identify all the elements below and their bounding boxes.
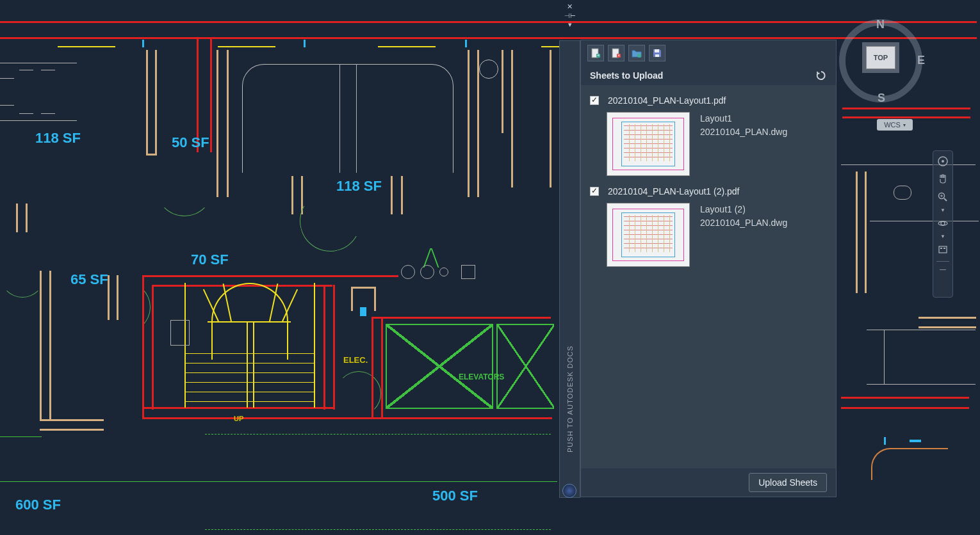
palette-close-button[interactable]: ✕ bbox=[559, 3, 580, 11]
palette-title-vertical: PUSH TO AUTODESK DOCS bbox=[566, 346, 574, 452]
wall-line bbox=[511, 50, 513, 188]
column bbox=[420, 265, 434, 279]
plant-icon bbox=[431, 248, 439, 268]
wall-line bbox=[477, 50, 479, 197]
line bbox=[0, 78, 14, 79]
sheet-filename[interactable]: 20210104_PLAN-Layout1 (2).pdf bbox=[608, 186, 739, 196]
palette-section-title: Sheets to Upload bbox=[590, 70, 663, 81]
door-arc bbox=[0, 253, 45, 298]
door-arc bbox=[156, 159, 213, 216]
room-label-118b: 118 SF bbox=[336, 178, 382, 195]
sheet-item: 20210104_PLAN-Layout1.pdf Layout1 202101… bbox=[581, 90, 836, 181]
wall-line bbox=[40, 271, 42, 421]
svg-point-15 bbox=[938, 221, 947, 225]
wall-line bbox=[152, 285, 154, 410]
wall-line bbox=[401, 176, 403, 214]
viewcube-top-face[interactable]: TOP bbox=[866, 46, 895, 69]
viewcube-east[interactable]: E bbox=[917, 54, 925, 67]
svg-rect-17 bbox=[939, 246, 947, 253]
nav-orbit-icon[interactable] bbox=[935, 216, 951, 231]
palette-menu-button[interactable]: ▾ bbox=[559, 20, 580, 29]
open-folder-button[interactable] bbox=[628, 45, 645, 61]
room-label-65: 65 SF bbox=[70, 271, 108, 288]
marker bbox=[884, 437, 886, 445]
svg-rect-7 bbox=[655, 49, 659, 52]
palette-footer: Upload Sheets bbox=[581, 468, 836, 497]
sheet-item: 20210104_PLAN-Layout1 (2).pdf Layout1 (2… bbox=[581, 181, 836, 272]
remove-sheet-button[interactable]: × bbox=[608, 45, 625, 61]
wall-line bbox=[142, 275, 398, 277]
marker bbox=[910, 440, 921, 442]
line bbox=[41, 70, 55, 70]
wall-line bbox=[0, 37, 977, 39]
wall-line bbox=[142, 275, 144, 419]
svg-point-10 bbox=[942, 160, 944, 163]
wall-line bbox=[550, 50, 551, 188]
nav-wheel-icon[interactable] bbox=[935, 154, 951, 169]
wall-line bbox=[142, 417, 552, 419]
palette-product-icon bbox=[562, 484, 576, 498]
line bbox=[0, 120, 77, 121]
wall-line bbox=[372, 317, 373, 419]
wall-line bbox=[919, 317, 976, 319]
sheet-checkbox[interactable] bbox=[590, 187, 599, 196]
line bbox=[867, 384, 976, 385]
sheet-checkbox[interactable] bbox=[590, 96, 599, 105]
nav-showmotion-icon[interactable] bbox=[935, 242, 951, 257]
sheet-thumbnail[interactable] bbox=[607, 112, 690, 176]
upload-sheets-button[interactable]: Upload Sheets bbox=[749, 473, 827, 492]
wall-line bbox=[381, 317, 383, 419]
new-sheet-button[interactable]: + bbox=[587, 45, 604, 61]
sheet-thumbnail[interactable] bbox=[607, 203, 690, 267]
line bbox=[339, 64, 340, 173]
sheet-source-file: 20210104_PLAN.dwg bbox=[700, 216, 787, 230]
circle bbox=[479, 60, 498, 79]
elevator-1 bbox=[386, 324, 493, 409]
elevator-2 bbox=[496, 324, 554, 409]
door-arc bbox=[293, 184, 367, 258]
chevron-down-icon[interactable]: ▼ bbox=[940, 234, 945, 239]
line bbox=[0, 436, 42, 437]
palette-pin-button[interactable]: ⊣⊢ bbox=[559, 12, 580, 19]
chevron-down-icon[interactable]: ▼ bbox=[940, 207, 945, 213]
wall-line bbox=[155, 50, 157, 156]
dashed-box bbox=[205, 434, 551, 530]
arc-line bbox=[871, 448, 948, 480]
sheet-filename[interactable]: 20210104_PLAN-Layout1.pdf bbox=[608, 95, 726, 106]
fixture bbox=[894, 186, 911, 200]
push-to-docs-palette: + × Sheets to Upload 20210104_PLAN-Layou… bbox=[580, 40, 837, 497]
line bbox=[356, 64, 357, 173]
wall-line bbox=[841, 407, 969, 409]
sheet-layout-name: Layout1 (2) bbox=[700, 203, 787, 216]
palette-section-header: Sheets to Upload bbox=[581, 66, 836, 85]
viewcube-south[interactable]: S bbox=[878, 92, 885, 105]
nav-collapse-icon[interactable]: — bbox=[940, 266, 946, 273]
column bbox=[401, 265, 415, 279]
view-cube[interactable]: N E S TOP bbox=[839, 19, 922, 102]
wall-line bbox=[333, 285, 335, 410]
elevators-label: ELEVATORS bbox=[459, 372, 504, 381]
room-label-70: 70 SF bbox=[191, 252, 229, 268]
wall-line bbox=[468, 50, 470, 197]
nav-pan-icon[interactable] bbox=[935, 172, 951, 187]
wall-line bbox=[351, 287, 353, 311]
wall-line bbox=[919, 326, 976, 328]
wcs-badge[interactable]: WCS ▾ bbox=[877, 119, 913, 131]
viewcube-north[interactable]: N bbox=[876, 18, 885, 31]
wall-line bbox=[0, 21, 977, 23]
up-label: UP bbox=[234, 415, 243, 422]
stairs bbox=[179, 283, 320, 411]
refresh-icon[interactable] bbox=[815, 70, 827, 81]
line bbox=[867, 330, 976, 330]
wall-line bbox=[391, 176, 393, 214]
column bbox=[461, 265, 475, 279]
svg-point-16 bbox=[941, 221, 945, 225]
palette-controls: ✕ ⊣⊢ ▾ bbox=[559, 0, 580, 41]
svg-point-6 bbox=[637, 54, 641, 58]
save-button[interactable] bbox=[649, 45, 666, 61]
wall-line bbox=[372, 317, 551, 319]
marker bbox=[360, 307, 366, 316]
wcs-label: WCS bbox=[884, 121, 901, 129]
nav-zoom-icon[interactable] bbox=[935, 189, 951, 205]
line bbox=[870, 221, 979, 221]
